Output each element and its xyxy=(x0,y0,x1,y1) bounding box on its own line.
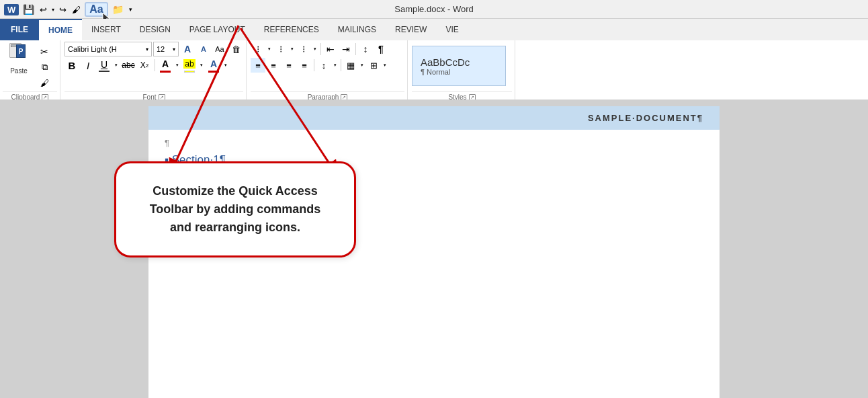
underline-button[interactable]: U xyxy=(97,58,112,71)
highlight-dropdown[interactable]: ▾ xyxy=(198,58,205,73)
line-spacing-button[interactable]: ↕ xyxy=(316,58,331,73)
folder-button[interactable]: 📁 xyxy=(111,3,125,15)
font-name-dropdown[interactable]: Calibri Light (H ▾ xyxy=(64,42,152,56)
format-painter-ribbon-button[interactable]: 🖌 xyxy=(36,75,52,90)
font-group: Calibri Light (H ▾ 12 ▾ A A Aa 🗑 B I xyxy=(60,40,247,102)
document-heading: SAMPLE·DOCUMENT¶ xyxy=(148,106,720,130)
tab-mailings[interactable]: MAILINGS xyxy=(329,19,386,40)
redo-button[interactable]: ↪ xyxy=(58,4,68,15)
bullets-button[interactable]: ⁝ xyxy=(251,42,265,56)
callout-box: Customize the Quick Access Toolbar by ad… xyxy=(114,161,356,257)
word-icon: W xyxy=(4,4,19,15)
style-name-label: ¶ Normal xyxy=(421,68,450,76)
undo-dropdown-button[interactable]: ▾ xyxy=(51,7,55,13)
increase-indent-button[interactable]: ⇥ xyxy=(339,42,353,56)
font-color2-dropdown[interactable]: ▾ xyxy=(222,58,229,73)
shading-button[interactable]: ▦ xyxy=(343,58,358,73)
tab-review[interactable]: REVIEW xyxy=(386,19,436,40)
shading-dropdown[interactable]: ▾ xyxy=(359,58,365,73)
multilevel-button[interactable]: ⁝ xyxy=(296,42,311,56)
tab-pagelayout[interactable]: PAGE LAYOUT xyxy=(180,19,255,40)
tab-insert[interactable]: INSERT xyxy=(82,19,130,40)
bullets-dropdown[interactable]: ▾ xyxy=(266,42,273,56)
numbering-dropdown[interactable]: ▾ xyxy=(289,42,296,56)
style-preview-text: AaBbCcDc xyxy=(421,56,470,68)
undo-button[interactable]: ↩ xyxy=(38,4,48,15)
grow-font-button[interactable]: A xyxy=(180,42,195,56)
title-text: Sample.docx - Word xyxy=(394,4,474,14)
sort-button[interactable]: ↕ xyxy=(358,42,373,56)
tab-file[interactable]: FILE xyxy=(0,19,39,40)
highlight-button[interactable]: ab xyxy=(182,58,197,70)
clipboard-group: P Paste ✂ ⧉ 🖌 Clipboard ↗ xyxy=(0,40,60,102)
cut-button[interactable]: ✂ xyxy=(36,44,52,59)
font-size-dropdown[interactable]: 12 ▾ xyxy=(153,42,179,56)
paste-label: Paste xyxy=(10,67,28,75)
font-color-button[interactable]: A xyxy=(158,58,173,70)
decrease-indent-button[interactable]: ⇤ xyxy=(323,42,338,56)
clear-formatting-button[interactable]: 🗑 xyxy=(228,42,243,56)
font-size-arrow: ▾ xyxy=(173,46,175,52)
styles-group: AaBbCcDc ¶ Normal Styles ↗ xyxy=(408,40,515,102)
italic-button[interactable]: I xyxy=(81,58,95,73)
multilevel-dropdown[interactable]: ▾ xyxy=(312,42,318,56)
tab-view[interactable]: VIE xyxy=(436,19,468,40)
tab-home[interactable]: HOME xyxy=(39,19,82,40)
borders-dropdown[interactable]: ▾ xyxy=(382,58,388,73)
font-color2-button[interactable]: A xyxy=(206,58,221,70)
copy-button[interactable]: ⧉ xyxy=(36,60,52,75)
numbering-button[interactable]: ⁝ xyxy=(273,42,288,56)
subscript-button[interactable]: X2 xyxy=(137,58,152,73)
doc-pilcrow: ¶ xyxy=(165,138,703,148)
borders-button[interactable]: ⊞ xyxy=(366,58,381,73)
strikethrough-button[interactable]: abc xyxy=(121,58,136,73)
paragraph-group: ⁝ ▾ ⁝ ▾ ⁝ ▾ ⇤ ⇥ ↕ ¶ ≡ ≡ ≡ xyxy=(247,40,408,102)
change-case-button[interactable]: Aa xyxy=(212,42,227,56)
style-normal-preview[interactable]: AaBbCcDc ¶ Normal xyxy=(412,46,506,86)
bold-button[interactable]: B xyxy=(64,58,79,73)
paste-button[interactable]: P Paste xyxy=(3,42,35,76)
justify-button[interactable]: ≡ xyxy=(297,58,312,73)
save-button[interactable]: 💾 xyxy=(21,3,36,15)
font-color-dropdown[interactable]: ▾ xyxy=(174,58,181,73)
shrink-font-button[interactable]: A xyxy=(196,42,211,56)
align-left-button[interactable]: ≡ xyxy=(251,58,265,73)
customize-qat-button[interactable]: ▾ xyxy=(128,5,134,13)
show-formatting-marks-button[interactable]: ¶ xyxy=(374,42,388,56)
line-spacing-dropdown[interactable]: ▾ xyxy=(332,58,339,73)
align-center-button[interactable]: ≡ xyxy=(266,58,281,73)
callout-overlay: Customize the Quick Access Toolbar by ad… xyxy=(114,161,356,257)
tab-references[interactable]: REFERENCES xyxy=(255,19,329,40)
align-right-button[interactable]: ≡ xyxy=(281,58,296,73)
tab-design[interactable]: DESIGN xyxy=(130,19,180,40)
callout-text: Customize the Quick Access Toolbar by ad… xyxy=(140,182,330,237)
format-painter-button[interactable]: 🖌 xyxy=(71,4,82,15)
font-name-arrow: ▾ xyxy=(146,46,148,52)
underline-dropdown[interactable]: ▾ xyxy=(113,58,120,73)
